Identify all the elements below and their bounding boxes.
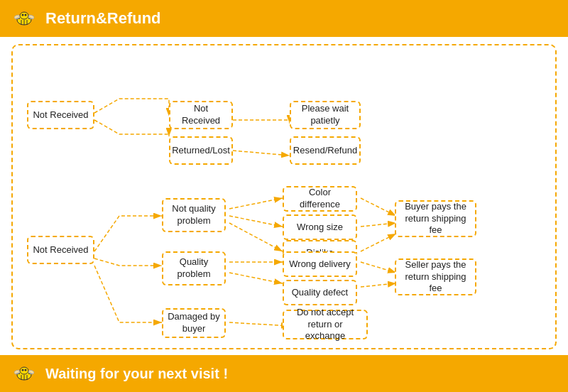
bee-icon-header [11, 6, 37, 31]
node-not-received-bottom: Not Received [27, 236, 94, 264]
node-quality-defect: Quality defect [283, 280, 357, 305]
svg-point-21 [22, 369, 24, 371]
node-returned-lost: Returned/Lost [169, 136, 233, 165]
node-color-difference: Color difference [283, 186, 357, 212]
node-seller-pays: Seller pays the return shipping fee [395, 258, 476, 295]
footer-title: Waiting for your next visit ! [45, 366, 228, 382]
node-do-not-accept: Do not accept return or exchange [283, 310, 368, 339]
svg-point-22 [25, 369, 27, 371]
node-not-received-top: Not Received [27, 101, 94, 129]
node-not-received-box: Not Received [169, 101, 233, 129]
node-wrong-size: Wrong size [283, 214, 357, 240]
node-quality-problem: Quality problem [162, 251, 226, 285]
svg-point-1 [20, 12, 28, 19]
svg-point-10 [25, 14, 27, 16]
header-title: Return&Refund [45, 9, 161, 28]
footer: Waiting for your next visit ! [0, 355, 568, 392]
svg-point-9 [22, 14, 24, 16]
node-damaged-by-buyer: Damaged by buyer [162, 308, 226, 338]
node-buyer-pays: Buyer pays the return shipping fee [395, 200, 476, 237]
node-please-wait: Please wait patietly [290, 101, 361, 129]
flow-diagram: Not Received Not Received Returned/Lost … [11, 44, 557, 349]
node-resend-refund: Resend/Refund [290, 136, 361, 165]
node-not-quality-problem: Not quality problem [162, 198, 226, 232]
header: Return&Refund [0, 0, 568, 37]
svg-point-13 [20, 367, 28, 374]
bee-icon-footer [11, 361, 37, 386]
node-wrong-delivery: Wrong delivery [283, 251, 357, 277]
